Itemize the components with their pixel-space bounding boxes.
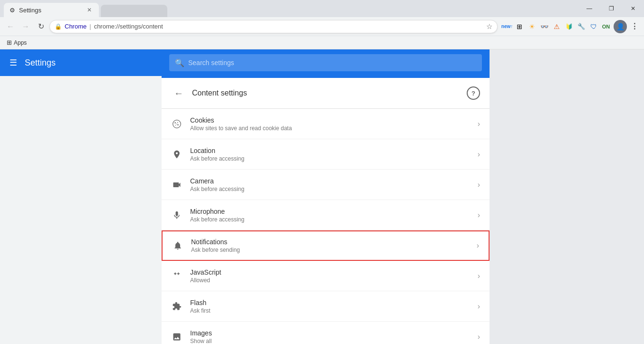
bookmark-star-icon[interactable]: ☆ <box>486 22 492 31</box>
content-panel: 🔍 Search settings ← Content settings ? <box>162 49 490 344</box>
camera-icon <box>171 179 183 191</box>
cookies-subtitle: Allow sites to save and read cookie data <box>190 125 470 132</box>
tab-close-button[interactable]: ✕ <box>86 6 93 14</box>
settings-item-images[interactable]: Images Show all › <box>162 322 490 344</box>
microphone-chevron-icon: › <box>478 211 480 220</box>
settings-list: Cookies Allow sites to save and read coo… <box>162 109 490 344</box>
notifications-chevron-icon: › <box>477 241 479 250</box>
camera-subtitle: Ask before accessing <box>190 186 470 192</box>
settings-item-location[interactable]: Location Ask before accessing › <box>162 139 490 170</box>
extension-orange-button[interactable]: ⚠ <box>551 21 562 32</box>
location-chevron-icon: › <box>478 150 480 159</box>
settings-item-microphone[interactable]: Microphone Ask before accessing › <box>162 200 490 230</box>
location-subtitle: Ask before accessing <box>190 155 470 162</box>
location-title: Location <box>190 147 470 154</box>
tab-title: Settings <box>19 7 41 14</box>
panel-header: ← Content settings ? <box>162 78 490 109</box>
settings-item-cookies[interactable]: Cookies Allow sites to save and read coo… <box>162 109 490 139</box>
javascript-subtitle: Allowed <box>190 277 470 284</box>
help-button[interactable]: ? <box>467 86 480 100</box>
notifications-title: Notifications <box>191 238 469 246</box>
hamburger-menu-icon[interactable]: ☰ <box>10 57 17 68</box>
panel-title: Content settings <box>192 89 461 97</box>
close-button[interactable]: ✕ <box>622 1 644 16</box>
apps-bookmark[interactable]: ⊞ Apps <box>4 38 29 47</box>
cookies-chevron-icon: › <box>478 120 480 128</box>
extension-toggle-button[interactable]: ON <box>600 21 612 32</box>
cookies-title: Cookies <box>190 116 470 124</box>
extension-shield-button[interactable]: 🛡 <box>588 21 599 32</box>
settings-sidebar-title: Settings <box>25 58 56 68</box>
flash-subtitle: Ask first <box>190 307 470 314</box>
active-tab[interactable]: ⚙ Settings ✕ <box>4 3 99 17</box>
extension-hammer-button[interactable]: 🔧 <box>576 21 587 32</box>
camera-chevron-icon: › <box>478 181 480 189</box>
settings-item-camera[interactable]: Camera Ask before accessing › <box>162 170 490 200</box>
javascript-chevron-icon: › <box>478 272 480 280</box>
search-icon: 🔍 <box>175 58 184 67</box>
inactive-tab[interactable] <box>101 5 167 17</box>
notifications-subtitle: Ask before sending <box>191 247 469 253</box>
svg-point-2 <box>177 122 178 123</box>
settings-content: ← Content settings ? Cookies Allow sites… <box>162 78 490 344</box>
extension-glasses-button[interactable]: 👓 <box>538 21 550 32</box>
images-icon <box>171 331 183 343</box>
javascript-icon <box>171 270 183 282</box>
back-arrow-icon: ← <box>174 88 183 99</box>
extension-newt-button[interactable]: new↑ <box>501 21 513 32</box>
right-spacer <box>490 49 644 344</box>
flash-chevron-icon: › <box>478 302 480 311</box>
url-path: chrome://settings/content <box>94 23 163 30</box>
forward-navigation-button[interactable]: → <box>19 20 32 33</box>
apps-label: Apps <box>14 39 27 46</box>
microphone-icon <box>171 210 183 221</box>
javascript-title: JavaScript <box>190 268 470 276</box>
extension-yellow-button[interactable]: ☀ <box>526 21 538 32</box>
url-separator: | <box>89 23 91 30</box>
maximize-button[interactable]: ❐ <box>600 1 622 16</box>
reload-button[interactable]: ↻ <box>34 20 48 33</box>
notifications-icon <box>172 240 183 251</box>
back-navigation-button[interactable]: ← <box>4 20 17 33</box>
content-back-button[interactable]: ← <box>171 86 186 101</box>
settings-item-flash[interactable]: Flash Ask first › <box>162 291 490 322</box>
microphone-title: Microphone <box>190 208 470 215</box>
flash-icon <box>171 301 183 312</box>
lock-icon: 🔒 <box>55 23 62 30</box>
extension-buttons: new↑ ⊞ ☀ 👓 ⚠ 🔰 🔧 🛡 ON <box>501 21 612 32</box>
images-chevron-icon: › <box>478 333 480 341</box>
camera-title: Camera <box>190 177 470 185</box>
svg-point-1 <box>174 122 176 124</box>
profile-button[interactable]: 👤 <box>614 20 627 33</box>
help-icon: ? <box>471 90 475 97</box>
search-placeholder-text: Search settings <box>188 59 234 67</box>
extension-red-button[interactable]: 🔰 <box>563 21 575 32</box>
svg-point-5 <box>176 124 177 124</box>
minimize-button[interactable]: — <box>578 1 600 16</box>
settings-item-notifications[interactable]: Notifications Ask before sending › <box>162 230 490 261</box>
apps-grid-icon: ⊞ <box>7 39 12 46</box>
omnibox[interactable]: 🔒 Chrome | chrome://settings/content ☆ <box>49 20 498 33</box>
tab-favicon: ⚙ <box>10 7 15 14</box>
url-brand: Chrome <box>65 23 87 30</box>
extension-grid-button[interactable]: ⊞ <box>514 21 525 32</box>
location-icon <box>171 149 183 160</box>
microphone-subtitle: Ask before accessing <box>190 216 470 223</box>
images-title: Images <box>190 329 470 337</box>
profile-icon: 👤 <box>616 23 625 30</box>
images-subtitle: Show all <box>190 338 470 344</box>
chrome-menu-button[interactable]: ⋮ <box>629 21 640 32</box>
flash-title: Flash <box>190 299 470 306</box>
cookies-icon <box>171 118 183 130</box>
settings-item-javascript[interactable]: JavaScript Allowed › <box>162 261 490 291</box>
svg-point-4 <box>177 124 179 125</box>
svg-point-3 <box>175 124 176 125</box>
